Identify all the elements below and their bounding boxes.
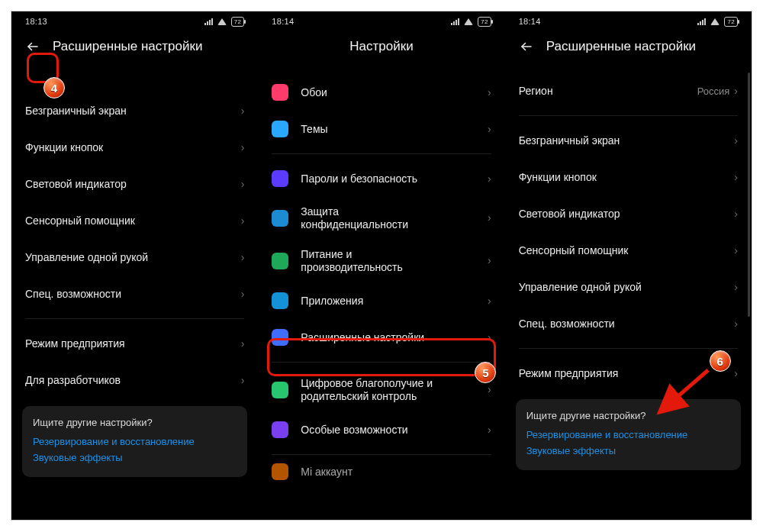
row-one-handed[interactable]: Управление одной рукой› [505, 269, 752, 305]
page-title: Настройки [349, 39, 413, 54]
signal-icon [451, 18, 459, 25]
back-button[interactable] [519, 39, 534, 54]
header: Настройки [258, 31, 504, 66]
chevron-right-icon: › [241, 105, 245, 117]
row-button-functions[interactable]: Функции кнопок› [11, 129, 258, 166]
divider [519, 348, 738, 349]
chevron-right-icon: › [488, 383, 491, 397]
wifi-icon [217, 18, 227, 25]
row-themes[interactable]: Темы› [258, 111, 504, 147]
row-special-features[interactable]: Особые возможности› [258, 411, 504, 448]
row-led[interactable]: Световой индикатор› [11, 166, 258, 202]
chevron-right-icon: › [734, 134, 738, 147]
divider [25, 318, 244, 319]
row-passwords-security[interactable]: Пароли и безопасность› [258, 160, 504, 197]
suggestions-card: Ищите другие настройки? Резервирование и… [22, 406, 247, 477]
row-label: Регион [519, 85, 553, 97]
header: Расширенные настройки [505, 31, 752, 66]
chevron-right-icon: › [488, 86, 491, 98]
chevron-right-icon: › [241, 214, 245, 227]
row-developer[interactable]: Для разработчиков› [11, 362, 258, 398]
chevron-right-icon: › [488, 295, 491, 307]
divider [272, 362, 491, 363]
screen-advanced-settings-2: 18:14 72 Расширенные настройки Регион Ро… [505, 11, 752, 520]
page-title: Расширенные настройки [53, 39, 202, 54]
row-additional-settings[interactable]: Расширенные настройки› [258, 319, 504, 356]
chevron-right-icon: › [488, 331, 491, 343]
battery-icon: 72 [724, 17, 738, 27]
row-digital-wellbeing[interactable]: Цифровое благополучие и родительский кон… [258, 369, 504, 411]
link-backup-restore[interactable]: Резервирование и восстановление [33, 436, 237, 447]
arrow-left-icon [26, 40, 40, 53]
status-bar: 18:14 72 [505, 11, 752, 31]
battery-icon: 72 [478, 17, 491, 27]
status-bar: 18:13 72 [11, 11, 258, 31]
signal-icon [204, 18, 213, 25]
row-fullscreen[interactable]: Безграничный экран› [11, 92, 258, 129]
chevron-right-icon: › [241, 337, 245, 350]
row-wallpaper[interactable]: Обои› [258, 74, 504, 111]
back-button[interactable] [25, 39, 40, 54]
suggestions-card: Ищите другие настройки? Резервирование и… [516, 399, 741, 470]
row-quick-ball[interactable]: Сенсорный помощник› [11, 202, 258, 239]
chevron-right-icon: › [488, 424, 491, 436]
themes-icon [272, 121, 288, 137]
mi-icon [272, 463, 288, 480]
chevron-right-icon: › [734, 244, 738, 256]
chevron-right-icon: › [241, 178, 245, 190]
row-battery-perf[interactable]: Питание и производительность› [258, 240, 504, 282]
chevron-right-icon: › [488, 254, 491, 268]
chevron-right-icon: › [241, 374, 245, 386]
link-backup-restore[interactable]: Резервирование и восстановление [526, 429, 730, 440]
screen-settings: 18:14 72 Настройки Обои› Темы› Пароли и … [258, 11, 504, 520]
wellbeing-icon [272, 382, 288, 398]
divider [272, 454, 491, 455]
row-region[interactable]: Регион Россия › [505, 73, 752, 109]
divider [272, 153, 491, 154]
chevron-right-icon: › [734, 171, 738, 183]
chevron-right-icon: › [734, 85, 738, 97]
link-sound-effects[interactable]: Звуковые эффекты [33, 452, 237, 463]
status-time: 18:14 [272, 17, 294, 26]
step-badge-6: 6 [710, 350, 731, 372]
suggestions-title: Ищите другие настройки? [33, 417, 237, 428]
row-accessibility[interactable]: Спец. возможности› [505, 305, 752, 342]
more-icon [272, 329, 288, 346]
row-quick-ball[interactable]: Сенсорный помощник› [505, 232, 752, 269]
chevron-right-icon: › [488, 211, 491, 225]
signal-icon [697, 18, 706, 25]
chevron-right-icon: › [241, 251, 245, 263]
row-value: Россия [697, 85, 735, 97]
wallpaper-icon [272, 84, 288, 101]
row-accessibility[interactable]: Спец. возможности› [11, 276, 258, 312]
link-sound-effects[interactable]: Звуковые эффекты [526, 445, 730, 456]
row-enterprise[interactable]: Режим предприятия› [11, 325, 258, 362]
row-led[interactable]: Световой индикатор› [505, 195, 752, 232]
arrow-left-icon [520, 40, 533, 53]
header: Расширенные настройки [11, 31, 258, 66]
row-fullscreen[interactable]: Безграничный экран› [505, 122, 752, 159]
wifi-icon [464, 18, 473, 25]
battery-icon: 72 [231, 17, 245, 27]
suggestions-title: Ищите другие настройки? [526, 410, 730, 421]
scrollbar[interactable] [748, 73, 750, 317]
row-button-functions[interactable]: Функции кнопок› [505, 159, 752, 195]
page-title: Расширенные настройки [546, 39, 696, 54]
chevron-right-icon: › [734, 208, 738, 220]
status-bar: 18:14 72 [258, 11, 504, 31]
row-apps[interactable]: Приложения› [258, 282, 504, 319]
row-privacy[interactable]: Защита конфиденциальности› [258, 197, 504, 240]
fingerprint-icon [272, 170, 288, 187]
chevron-right-icon: › [734, 318, 738, 330]
wifi-icon [710, 18, 720, 25]
chevron-right-icon: › [734, 281, 738, 293]
row-one-handed[interactable]: Управление одной рукой› [11, 239, 258, 276]
chevron-right-icon: › [241, 288, 245, 300]
apps-icon [272, 292, 288, 309]
row-mi-account[interactable]: Mi аккаунт [258, 461, 504, 482]
special-icon [272, 421, 288, 438]
screen-advanced-settings-1: 18:13 72 Расширенные настройки Безгранич… [11, 11, 258, 520]
status-time: 18:14 [519, 17, 541, 26]
chevron-right-icon: › [488, 172, 491, 185]
chevron-right-icon: › [488, 123, 491, 135]
